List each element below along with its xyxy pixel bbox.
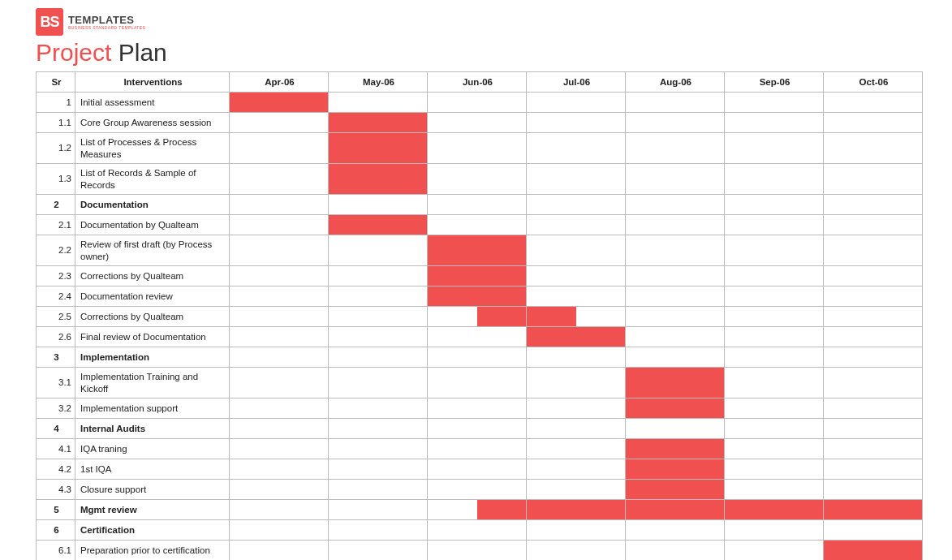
gantt-cell: [626, 93, 725, 113]
gantt-bar-icon: [626, 398, 724, 418]
cell-desc: Corrections by Qualteam: [75, 307, 230, 327]
gantt-cell: [824, 93, 923, 113]
table-row: 2Documentation: [37, 195, 923, 215]
table-row: 1.1Core Group Awareness session: [37, 113, 923, 133]
gantt-cell: [329, 541, 428, 561]
gantt-cell: [626, 398, 725, 419]
table-row: 4.3Closure support: [37, 480, 923, 500]
gantt-cell: [329, 398, 428, 419]
cell-desc: Mgmt review: [75, 500, 230, 520]
gantt-cell: [329, 215, 428, 235]
gantt-bar-icon: [477, 307, 527, 326]
col-month-1: May-06: [329, 72, 428, 93]
gantt-cell: [626, 307, 725, 327]
cell-desc: Core Group Awareness session: [75, 113, 230, 133]
gantt-cell: [428, 133, 527, 164]
cell-desc: Documentation: [75, 195, 230, 215]
cell-desc: Implementation Training and Kickoff: [75, 368, 230, 398]
table-row: 2.3Corrections by Qualteam: [37, 266, 923, 286]
gantt-cell: [824, 500, 923, 520]
gantt-cell: [824, 286, 923, 307]
gantt-bar-icon: [725, 500, 823, 519]
cell-sr: 1: [37, 93, 75, 113]
gantt-cell: [230, 500, 329, 520]
table-row: 6Certification: [37, 520, 923, 541]
gantt-cell: [527, 195, 626, 215]
cell-sr: 2.1: [37, 215, 75, 235]
cell-desc: Initial assessment: [75, 93, 230, 113]
gantt-cell: [725, 307, 824, 327]
gantt-cell: [428, 286, 527, 307]
gantt-cell: [428, 500, 527, 520]
gantt-cell: [527, 307, 626, 327]
gantt-cell: [428, 541, 527, 561]
table-row: 3Implementation: [37, 347, 923, 368]
gantt-cell: [230, 368, 329, 398]
gantt-cell: [329, 286, 428, 307]
gantt-cell: [626, 113, 725, 133]
gantt-cell: [527, 368, 626, 398]
gantt-cell: [725, 286, 824, 307]
gantt-cell: [527, 480, 626, 500]
gantt-cell: [329, 500, 428, 520]
cell-desc: Final review of Documentation: [75, 327, 230, 347]
gantt-bar-icon: [428, 235, 526, 265]
cell-desc: Closure support: [75, 480, 230, 500]
gantt-cell: [626, 235, 725, 266]
gantt-cell: [626, 327, 725, 347]
gantt-cell: [527, 93, 626, 113]
gantt-cell: [329, 133, 428, 164]
gantt-cell: [824, 368, 923, 398]
gantt-cell: [824, 113, 923, 133]
gantt-cell: [329, 327, 428, 347]
cell-sr: 6.1: [37, 541, 75, 561]
brand-header: BS TEMPLATES BUSINESS STANDARD TEMPLATES: [36, 8, 920, 36]
gantt-cell: [527, 398, 626, 419]
gantt-cell: [428, 327, 527, 347]
gantt-bar-icon: [428, 286, 526, 306]
table-row: 4.21st IQA: [37, 459, 923, 480]
gantt-cell: [428, 215, 527, 235]
page-title: Project Plan: [36, 39, 920, 67]
cell-sr: 1.1: [37, 113, 75, 133]
gantt-cell: [527, 327, 626, 347]
gantt-cell: [329, 164, 428, 195]
gantt-cell: [626, 541, 725, 561]
gantt-cell: [725, 419, 824, 439]
gantt-cell: [428, 235, 527, 266]
gantt-cell: [626, 266, 725, 286]
table-row: 1.3List of Records & Sample of Records: [37, 164, 923, 195]
gantt-cell: [527, 347, 626, 368]
gantt-cell: [725, 500, 824, 520]
gantt-bar-icon: [329, 215, 427, 235]
table-row: 3.1Implementation Training and Kickoff: [37, 368, 923, 398]
cell-desc: Implementation: [75, 347, 230, 368]
gantt-cell: [725, 439, 824, 459]
cell-desc: List of Records & Sample of Records: [75, 164, 230, 195]
brand-logo-icon: BS: [36, 8, 63, 36]
gantt-cell: [725, 266, 824, 286]
gantt-cell: [527, 419, 626, 439]
cell-desc: Internal Audits: [75, 419, 230, 439]
gantt-cell: [527, 266, 626, 286]
gantt-cell: [725, 93, 824, 113]
gantt-cell: [329, 266, 428, 286]
gantt-cell: [527, 164, 626, 195]
gantt-cell: [527, 113, 626, 133]
table-row: 4Internal Audits: [37, 419, 923, 439]
gantt-cell: [329, 480, 428, 500]
gantt-cell: [428, 164, 527, 195]
cell-sr: 4: [37, 419, 75, 439]
gantt-bar-icon: [428, 266, 526, 286]
gantt-bar-icon: [329, 133, 427, 163]
gantt-cell: [824, 347, 923, 368]
gantt-bar-icon: [824, 541, 922, 560]
gantt-cell: [725, 215, 824, 235]
cell-desc: 1st IQA: [75, 459, 230, 480]
gantt-cell: [428, 307, 527, 327]
page-title-accent: Project: [36, 39, 111, 66]
gantt-cell: [824, 439, 923, 459]
table-row: 2.6Final review of Documentation: [37, 327, 923, 347]
table-body: 1Initial assessment1.1Core Group Awarene…: [37, 93, 923, 561]
gantt-cell: [725, 368, 824, 398]
